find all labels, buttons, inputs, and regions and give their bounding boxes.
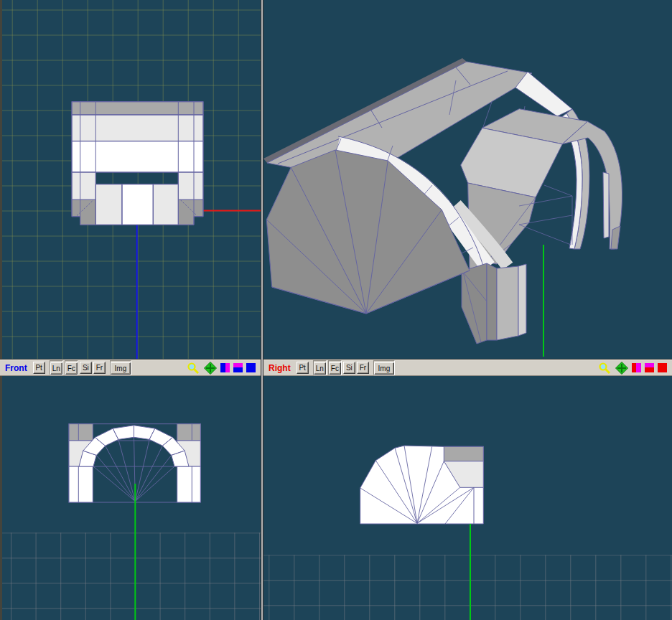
grid-front-view — [2, 532, 261, 620]
top-view-canvas[interactable] — [2, 0, 261, 359]
grid-right-view — [263, 555, 672, 620]
front-view-canvas[interactable] — [2, 376, 261, 620]
faces-button[interactable]: Fc — [329, 362, 341, 375]
layout-split-vertical-icon[interactable] — [220, 363, 230, 372]
lines-button[interactable]: Ln — [50, 362, 62, 375]
model-right-view[interactable] — [360, 446, 484, 524]
viewport-title-right: Right — [269, 363, 291, 373]
si-button[interactable]: Si — [343, 362, 355, 374]
modeler-window: Front Pt Ln Fc Si Fr Img Right Pt Ln Fc — [0, 0, 672, 620]
fr-button[interactable]: Fr — [93, 362, 106, 374]
layout-split-horizontal-icon[interactable] — [233, 363, 243, 372]
model-top-view[interactable] — [72, 102, 203, 225]
viewport-right-ortho[interactable] — [263, 376, 672, 620]
fr-button[interactable]: Fr — [357, 362, 369, 374]
viewport-perspective[interactable] — [263, 0, 672, 359]
viewport-title-front: Front — [5, 363, 27, 373]
pan-icon[interactable] — [615, 362, 628, 375]
points-button[interactable]: Pt — [33, 362, 45, 374]
window-left-border — [0, 0, 2, 620]
perspective-canvas[interactable] — [263, 0, 672, 359]
layout-split-horizontal-icon[interactable] — [645, 363, 654, 372]
faces-button[interactable]: Fc — [65, 362, 78, 375]
zoom-icon[interactable] — [187, 362, 200, 375]
image-button[interactable]: Img — [374, 362, 394, 375]
pan-icon[interactable] — [204, 362, 217, 375]
right-view-canvas[interactable] — [263, 376, 672, 620]
viewport-front-ortho[interactable] — [2, 376, 261, 620]
grid-top-view — [2, 0, 261, 359]
viewport-divider[interactable] — [261, 0, 263, 620]
layout-single-icon[interactable] — [658, 363, 667, 372]
layout-split-vertical-icon[interactable] — [632, 363, 641, 372]
toolbar-right-view: Right Pt Ln Fc Si Fr Img — [263, 359, 672, 376]
zoom-icon[interactable] — [598, 362, 612, 375]
si-button[interactable]: Si — [80, 362, 92, 374]
lines-button[interactable]: Ln — [314, 362, 326, 375]
image-button[interactable]: Img — [111, 362, 131, 375]
model-perspective[interactable] — [263, 58, 622, 344]
points-button[interactable]: Pt — [297, 362, 309, 374]
layout-single-icon[interactable] — [246, 363, 256, 372]
toolbar-front-view: Front Pt Ln Fc Si Fr Img — [0, 359, 261, 376]
viewport-top-ortho[interactable] — [2, 0, 261, 359]
